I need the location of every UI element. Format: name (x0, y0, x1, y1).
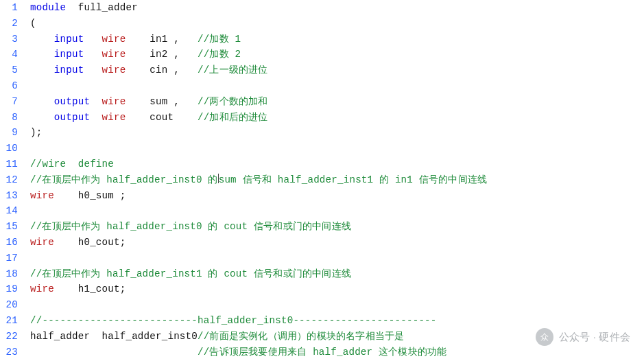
token-pun: ( (30, 18, 36, 29)
token-cm: //两个数的加和 (198, 96, 268, 107)
code-line: //wire define (30, 156, 644, 172)
token-cm: //加数 2 (198, 49, 241, 60)
code-line (30, 251, 644, 266)
line-number-gutter: 1234567891011121314151617181920212223 (0, 0, 23, 360)
code-line: output wire sum , //两个数的加和 (30, 94, 644, 110)
code-editor-view: 1234567891011121314151617181920212223 mo… (0, 0, 644, 361)
code-line: ( (30, 16, 644, 32)
token-id (30, 347, 198, 358)
watermark-icon: 众 (536, 328, 553, 346)
token-cm: //告诉顶层我要使用来自 half_adder 这个模块的功能 (198, 347, 446, 358)
token-id (84, 49, 102, 60)
line-number: 13 (0, 188, 18, 204)
token-id: half_adder half_adder_inst0 (30, 331, 198, 342)
code-line: //--------------------------half_adder_i… (30, 313, 644, 329)
token-id (30, 34, 54, 45)
line-number: 8 (0, 110, 18, 126)
token-id (30, 96, 54, 107)
token-cm: //wire define (30, 159, 114, 170)
line-number: 21 (0, 313, 18, 329)
code-line: module full_adder (30, 0, 644, 16)
token-id (30, 112, 54, 123)
watermark: 众 公众号 · 硬件会 (536, 328, 630, 346)
code-line: input wire in2 , //加数 2 (30, 47, 644, 62)
line-number: 9 (0, 125, 18, 141)
line-number: 2 (0, 16, 18, 32)
token-type: wire (102, 96, 126, 107)
code-line: //告诉顶层我要使用来自 half_adder 这个模块的功能 (30, 345, 644, 360)
line-number: 5 (0, 62, 18, 78)
token-kw: output (54, 96, 90, 107)
code-line: //在顶层中作为 half_adder_inst0 的 cout 信号和或门的中… (30, 219, 644, 235)
line-number: 23 (0, 345, 18, 360)
line-number: 10 (0, 141, 18, 156)
line-number: 1 (0, 0, 18, 16)
token-id (84, 34, 102, 45)
code-line: wire h0_cout; (30, 235, 644, 251)
token-type: wire (30, 283, 54, 294)
token-kw: input (54, 34, 84, 45)
code-line: input wire cin , //上一级的进位 (30, 62, 644, 78)
line-number: 19 (0, 281, 18, 297)
code-line (30, 203, 644, 219)
token-kw: module (30, 2, 66, 13)
token-id: cout (126, 112, 198, 123)
watermark-label: 公众号 · 硬件会 (559, 329, 630, 345)
token-id (30, 49, 54, 60)
token-id: sum , (126, 96, 198, 107)
code-line (30, 141, 644, 156)
token-id: h0_cout; (54, 237, 126, 248)
token-type: wire (102, 34, 126, 45)
line-number: 20 (0, 297, 18, 313)
token-id: h1_cout; (54, 283, 126, 294)
line-number: 15 (0, 219, 18, 235)
token-cm: //在顶层中作为 half_adder_inst0 的 cout 信号和或门的中… (30, 221, 351, 232)
code-line: ); (30, 125, 644, 141)
token-cm: //加和后的进位 (198, 112, 268, 123)
token-type: wire (102, 49, 126, 60)
token-kw: output (54, 112, 90, 123)
line-number: 3 (0, 32, 18, 47)
line-number: 16 (0, 235, 18, 251)
line-number: 14 (0, 203, 18, 219)
token-cm: //前面是实例化（调用）的模块的名字相当于是 (198, 331, 404, 342)
token-cm: //加数 1 (198, 34, 241, 45)
token-id (30, 65, 54, 75)
line-number: 12 (0, 172, 18, 188)
token-id: h0_sum ; (54, 190, 126, 201)
code-line: wire h1_cout; (30, 281, 644, 297)
token-id: in2 , (126, 49, 198, 60)
line-number: 6 (0, 78, 18, 94)
token-cm: //上一级的进位 (198, 65, 268, 75)
code-line: wire h0_sum ; (30, 188, 644, 204)
token-cm: //--------------------------half_adder_i… (30, 315, 437, 326)
code-line: //在顶层中作为 half_adder_inst1 的 cout 信号和或门的中… (30, 266, 644, 282)
code-line (30, 78, 644, 94)
code-line: //在顶层中作为 half_adder_inst0 的sum 信号和 half_… (30, 172, 644, 188)
code-line (30, 297, 644, 313)
token-id: in1 , (126, 34, 198, 45)
token-id: cin , (126, 65, 198, 75)
token-type: wire (102, 112, 126, 123)
token-cm: sum 信号和 half_adder_inst1 的 in1 信号的中间连线 (219, 174, 487, 185)
token-id (90, 96, 102, 107)
token-id: full_adder (66, 2, 138, 13)
token-pun: ); (30, 127, 42, 138)
line-number: 4 (0, 47, 18, 62)
token-cm: //在顶层中作为 half_adder_inst0 的 (30, 174, 218, 185)
token-kw: input (54, 49, 84, 60)
token-type: wire (30, 190, 54, 201)
line-number: 18 (0, 266, 18, 282)
token-type: wire (30, 237, 54, 248)
line-number: 11 (0, 156, 18, 172)
line-number: 7 (0, 94, 18, 110)
token-cm: //在顶层中作为 half_adder_inst1 的 cout 信号和或门的中… (30, 268, 351, 279)
token-id (84, 65, 102, 75)
code-content: module full_adder( input wire in1 , //加数… (30, 0, 644, 360)
token-id (90, 112, 102, 123)
line-number: 17 (0, 251, 18, 266)
line-number: 22 (0, 329, 18, 345)
token-kw: input (54, 65, 84, 75)
token-type: wire (102, 65, 126, 75)
code-line: output wire cout //加和后的进位 (30, 110, 644, 126)
